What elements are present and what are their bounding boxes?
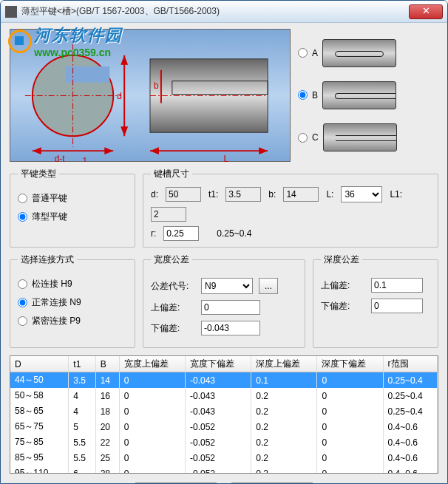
key-type-normal-radio[interactable] <box>18 194 27 203</box>
column-header[interactable]: 深度下偏差 <box>317 356 383 372</box>
conn-loose-radio[interactable] <box>18 279 27 289</box>
svg-text:d-t: d-t <box>55 154 66 162</box>
svg-marker-6 <box>121 126 128 136</box>
svg-marker-20 <box>259 147 268 154</box>
table-row[interactable]: 44～503.5140-0.0430.100.25~0.4 <box>10 372 438 389</box>
column-header[interactable]: r范围 <box>383 356 437 372</box>
r-range-label: 0.25~0.4 <box>217 228 251 239</box>
key-type-thin-radio[interactable] <box>18 212 27 222</box>
column-header[interactable]: 宽度下偏差 <box>186 356 251 372</box>
table-row[interactable]: 65～755200-0.0520.200.4~0.6 <box>10 419 438 434</box>
l-select[interactable]: 36 <box>341 186 382 202</box>
table-row[interactable]: 95～1106280-0.0520.200.4~0.6 <box>10 466 438 474</box>
slot-dims-group: 键槽尺寸 d: t1: b: L:36 L1: r: 0.25~0.4 <box>143 168 438 248</box>
variant-b-thumb[interactable] <box>322 81 396 109</box>
svg-rect-1 <box>66 67 110 83</box>
svg-text:L: L <box>223 154 228 162</box>
l1-field <box>151 207 186 222</box>
depth-lower-field[interactable] <box>371 299 423 313</box>
svg-marker-9 <box>33 147 41 154</box>
slot-dims-legend: 键槽尺寸 <box>151 168 192 180</box>
width-lower-field[interactable] <box>201 321 260 335</box>
b-field <box>283 187 319 202</box>
r-field[interactable] <box>163 226 199 241</box>
column-header[interactable]: t1 <box>69 356 95 372</box>
table-row[interactable]: 58～654180-0.0430.200.25~0.4 <box>10 403 438 419</box>
variant-selector: A B C <box>298 29 438 162</box>
connection-legend: 选择连接方式 <box>18 253 77 266</box>
close-button[interactable]: ✕ <box>409 4 443 19</box>
conn-normal-radio[interactable] <box>18 298 27 307</box>
variant-b-radio[interactable] <box>298 90 308 100</box>
svg-marker-10 <box>104 147 113 154</box>
column-header[interactable]: B <box>95 356 119 372</box>
variant-a-radio[interactable] <box>298 48 308 58</box>
data-table[interactable]: Dt1B宽度上偏差宽度下偏差深度上偏差深度下偏差r范围 44～503.5140-… <box>10 355 438 474</box>
variant-c-thumb[interactable] <box>323 123 397 151</box>
table-row[interactable]: 85～955.5250-0.0520.200.4~0.6 <box>10 450 438 466</box>
connection-group: 选择连接方式 松连接 H9 正常连接 N9 紧密连接 P9 <box>10 253 135 348</box>
variant-c-label: C <box>312 132 319 143</box>
preview-diagram: d d-t1 b L <box>10 29 291 162</box>
t1-field <box>225 187 261 202</box>
depth-tol-legend: 深度公差 <box>321 253 362 266</box>
column-header[interactable]: 宽度上偏差 <box>119 356 185 372</box>
variant-a-label: A <box>312 48 318 58</box>
svg-text:1: 1 <box>82 156 87 162</box>
conn-tight-radio[interactable] <box>18 316 27 326</box>
key-type-legend: 平键类型 <box>18 168 59 180</box>
variant-a-thumb[interactable] <box>322 39 396 67</box>
app-icon <box>5 6 17 18</box>
d-field <box>166 187 201 202</box>
variant-b-label: B <box>312 90 318 100</box>
tol-browse-button[interactable]: ... <box>259 278 278 294</box>
width-tol-legend: 宽度公差 <box>151 253 192 266</box>
width-upper-field[interactable] <box>201 300 260 315</box>
dialog-window: 薄型平键<槽>(GB/T 1567-2003、GB/T1566-2003) ✕ … <box>0 0 448 484</box>
tol-code-select[interactable]: N9 <box>201 278 253 294</box>
titlebar: 薄型平键<槽>(GB/T 1567-2003、GB/T1566-2003) ✕ <box>1 1 447 23</box>
table-row[interactable]: 75～855.5220-0.0520.200.4~0.6 <box>10 434 438 450</box>
width-tol-group: 宽度公差 公差代号: N9 ... 上偏差: 下偏差: <box>143 253 305 348</box>
svg-text:b: b <box>154 81 159 91</box>
svg-marker-19 <box>150 147 159 154</box>
svg-text:d: d <box>117 91 122 101</box>
depth-tol-group: 深度公差 上偏差: 下偏差: <box>313 253 438 348</box>
key-type-group: 平键类型 普通平键 薄型平键 <box>10 168 135 248</box>
depth-upper-field[interactable] <box>371 278 423 293</box>
column-header[interactable]: D <box>10 356 69 372</box>
column-header[interactable]: 深度上偏差 <box>251 356 317 372</box>
variant-c-radio[interactable] <box>298 133 308 143</box>
svg-marker-5 <box>121 55 128 65</box>
window-title: 薄型平键<槽>(GB/T 1567-2003、GB/T1566-2003) <box>21 5 409 18</box>
table-row[interactable]: 50～584160-0.0430.200.25~0.4 <box>10 388 438 403</box>
